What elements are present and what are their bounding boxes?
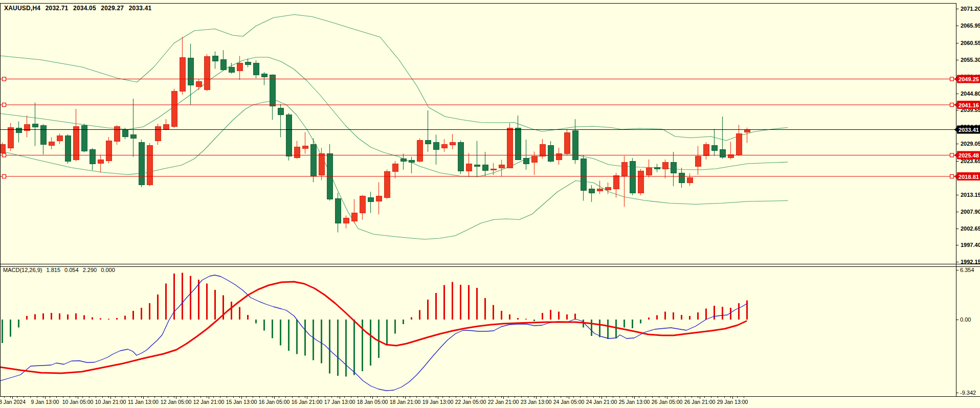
svg-text:2007.90: 2007.90: [961, 209, 980, 215]
line-handle[interactable]: [3, 153, 6, 157]
candle-body: [384, 172, 390, 198]
candle-body: [548, 145, 553, 161]
date-axis: 8 Jan 20249 Jan 13:0010 Jan 05:0010 Jan …: [0, 399, 748, 405]
candle-body: [711, 145, 717, 151]
line-handle[interactable]: [950, 103, 954, 107]
svg-text:2041.16: 2041.16: [959, 102, 979, 108]
svg-text:15 Jan 13:00: 15 Jan 13:00: [226, 399, 257, 405]
svg-text:2049.25: 2049.25: [959, 76, 979, 82]
line-handle[interactable]: [3, 175, 6, 178]
candle-body: [360, 196, 365, 213]
macd-value-2: 0.054: [64, 267, 79, 273]
candle-body: [294, 147, 300, 157]
candle-body: [73, 126, 79, 160]
svg-text:6.354: 6.354: [960, 267, 974, 273]
candle-body: [425, 141, 431, 144]
svg-text:2065.95: 2065.95: [961, 22, 980, 29]
candle-body: [130, 135, 136, 139]
trading-terminal: XAUUSD,H4 2032.71 2034.05 2029.27 2033.4…: [0, 0, 980, 408]
svg-text:2025.48: 2025.48: [959, 152, 979, 158]
candle-body: [98, 160, 103, 164]
svg-text:16 Jan 21:00: 16 Jan 21:00: [292, 399, 323, 405]
candle-body: [515, 128, 521, 160]
svg-text:2002.65: 2002.65: [961, 225, 980, 232]
candle-body: [703, 144, 709, 155]
candle-body: [556, 154, 562, 160]
candle-body: [695, 156, 701, 167]
line-handle[interactable]: [950, 175, 954, 178]
line-handle[interactable]: [3, 77, 6, 81]
candle-body: [531, 156, 537, 163]
chart-ohlc-title: XAUUSD,H4 2032.71 2034.05 2029.27 2033.4…: [4, 5, 154, 12]
line-handle[interactable]: [950, 153, 954, 157]
svg-text:26 Jan 21:00: 26 Jan 21:00: [684, 399, 716, 405]
candle-body: [343, 218, 349, 223]
candle-body: [8, 128, 13, 148]
line-handle[interactable]: [3, 103, 6, 107]
svg-text:2071.20: 2071.20: [961, 6, 980, 12]
low-value: 2029.27: [101, 5, 124, 12]
candle-body: [540, 144, 545, 156]
candle-body: [171, 91, 177, 126]
price-line-label: 2025.48: [954, 151, 980, 160]
candle-body: [662, 163, 668, 169]
svg-text:1997.40: 1997.40: [961, 242, 980, 248]
candle-body: [351, 213, 357, 221]
candle-body: [180, 57, 185, 91]
price-line-label: 2033.41: [954, 126, 980, 134]
candle-body: [57, 136, 62, 141]
candle-body: [687, 177, 693, 183]
candle-body: [0, 144, 5, 153]
candle-body: [744, 130, 750, 132]
candle-body: [90, 150, 95, 164]
candle-body: [450, 142, 455, 145]
svg-text:26 Jan 05:00: 26 Jan 05:00: [652, 399, 683, 405]
macd-value-4: 0.000: [101, 267, 115, 273]
candle-body: [400, 159, 406, 162]
svg-text:-9.342: -9.342: [960, 390, 976, 396]
candle-body: [491, 169, 496, 170]
candle-body: [638, 171, 643, 193]
line-handle[interactable]: [950, 77, 954, 81]
svg-text:22 Jan 21:00: 22 Jan 21:00: [488, 399, 519, 405]
candle-body: [16, 128, 21, 133]
svg-text:17 Jan 13:00: 17 Jan 13:00: [324, 399, 355, 405]
macd-indicator-label: MACD(12,26,9) 1.815 0.054 2.290 0.000: [3, 267, 118, 273]
svg-text:24 Jan 21:00: 24 Jan 21:00: [586, 399, 617, 405]
svg-text:11 Jan 13:00: 11 Jan 13:00: [128, 399, 159, 405]
candle-body: [114, 127, 120, 142]
svg-text:2033.41: 2033.41: [959, 127, 979, 133]
open-value: 2032.71: [46, 5, 69, 12]
candle-body: [720, 150, 725, 157]
candle-body: [605, 187, 611, 190]
candle-body: [212, 56, 218, 61]
macd-value-1: 1.815: [46, 267, 60, 273]
candle-body: [368, 198, 373, 202]
candle-body: [589, 189, 594, 193]
candle-body: [229, 67, 234, 72]
candle-body: [581, 158, 586, 190]
candle-body: [65, 135, 71, 162]
candle-body: [106, 141, 112, 161]
candle-body: [409, 160, 414, 162]
candle-body: [466, 164, 472, 171]
candle-body: [49, 142, 54, 145]
svg-text:24 Jan 05:00: 24 Jan 05:00: [553, 399, 585, 405]
svg-text:1992.15: 1992.15: [961, 259, 980, 265]
candle-body: [597, 189, 603, 191]
candle-body: [40, 126, 46, 145]
candle-body: [474, 165, 480, 166]
candle-body: [458, 142, 463, 171]
candle-body: [621, 163, 627, 176]
candle-body: [270, 75, 275, 106]
svg-text:22 Jan 05:00: 22 Jan 05:00: [455, 399, 486, 405]
candle-body: [204, 57, 210, 90]
symbol-period: XAUUSD,H4: [4, 5, 40, 12]
svg-text:25 Jan 13:00: 25 Jan 13:00: [619, 399, 650, 405]
candle-body: [335, 199, 341, 223]
svg-text:23 Jan 13:00: 23 Jan 13:00: [521, 399, 552, 405]
candle-body: [253, 63, 259, 75]
chart-canvas[interactable]: 2071.202065.952060.552055.302050.052044.…: [0, 0, 980, 408]
svg-text:2060.55: 2060.55: [961, 40, 980, 46]
candle-body: [482, 165, 488, 171]
